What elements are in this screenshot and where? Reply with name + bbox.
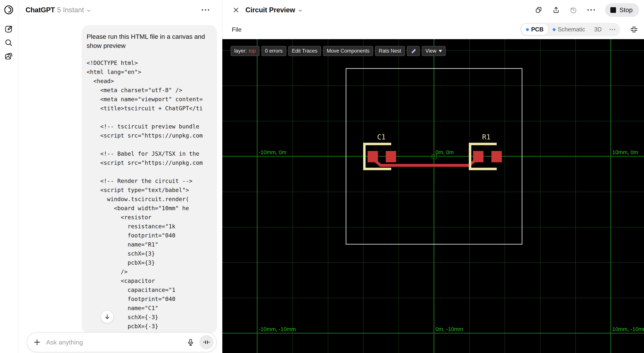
- layer-value: top: [249, 48, 256, 54]
- rats-nest-label: Rats Nest: [379, 48, 401, 54]
- sidebar-rail: [0, 0, 18, 353]
- share-icon[interactable]: [552, 6, 560, 15]
- stop-button[interactable]: Stop: [605, 3, 639, 17]
- view-tabs: PCB Schematic 3D: [520, 23, 620, 36]
- grid-coordinate-labels: -10mm, 0m 0m, 0m 10mm, 0m -10mm, -10mm 0…: [259, 149, 644, 332]
- chat-input[interactable]: [46, 338, 185, 346]
- c1-label: C1: [377, 133, 386, 141]
- r1-pad1[interactable]: [473, 151, 484, 162]
- r1-pad2[interactable]: [492, 151, 502, 162]
- edit-traces-button[interactable]: Edit Traces: [288, 46, 321, 56]
- canvas-title[interactable]: Circuit Preview: [246, 6, 295, 14]
- voice-mode-button[interactable]: [199, 335, 214, 349]
- waveform-icon: [203, 338, 210, 346]
- user-message-bubble: Please run this HTML file in a canvas an…: [82, 25, 217, 333]
- view-label: View: [426, 48, 436, 54]
- file-menu[interactable]: File: [232, 26, 242, 33]
- draw-tool-button[interactable]: [407, 46, 420, 56]
- attach-plus-icon[interactable]: [33, 338, 41, 346]
- tab-schematic[interactable]: Schematic: [548, 24, 590, 35]
- openai-logo-icon[interactable]: [3, 4, 15, 16]
- c1-pad1[interactable]: [368, 151, 378, 162]
- copy-icon[interactable]: [534, 6, 543, 15]
- tab-pcb-label: PCB: [531, 26, 544, 33]
- collapse-view-icon[interactable]: [629, 25, 639, 35]
- app-root: ChatGPT 5 Instant Please run this HTML f…: [0, 0, 644, 353]
- canvas-panel: Circuit Preview: [222, 0, 644, 353]
- errors-label: 0 errors: [265, 48, 283, 54]
- rats-nest-button[interactable]: Rats Nest: [375, 46, 405, 56]
- schematic-status-dot: [553, 28, 556, 31]
- user-message-code: <!DOCTYPE html> <html lang="en"> <head> …: [86, 59, 212, 333]
- stop-square-icon: [610, 7, 616, 13]
- move-components-button[interactable]: Move Components: [323, 46, 373, 56]
- user-message-text: Please run this HTML file in a canvas an…: [86, 32, 212, 50]
- microphone-icon[interactable]: [185, 337, 196, 347]
- pencil-icon: [410, 48, 416, 54]
- grid-major-lines: [222, 39, 644, 353]
- pcb-status-dot: [526, 28, 529, 31]
- pcb-canvas[interactable]: layer: top 0 errors Edit Traces Move Com…: [222, 39, 644, 353]
- grid-label-left-0: -10mm, 0m: [259, 149, 286, 155]
- chat-panel: ChatGPT 5 Instant Please run this HTML f…: [18, 0, 222, 353]
- grid-label-left-bottom: -10mm, -10mm: [259, 326, 296, 332]
- chat-header: ChatGPT 5 Instant: [18, 0, 222, 20]
- model-variant[interactable]: 5 Instant: [57, 6, 84, 14]
- tab-3d-label: 3D: [594, 26, 602, 33]
- new-chat-icon[interactable]: [3, 23, 15, 35]
- view-dropdown-button[interactable]: View: [422, 46, 446, 56]
- move-components-label: Move Components: [327, 48, 370, 54]
- scroll-to-bottom-button[interactable]: [101, 310, 114, 323]
- grid-label-right-0: 10mm, 0m: [612, 149, 638, 155]
- c1-pad2[interactable]: [386, 151, 396, 162]
- tab-3d[interactable]: 3D: [590, 24, 606, 35]
- tab-pcb[interactable]: PCB: [522, 24, 548, 35]
- chat-more-options-icon[interactable]: [200, 7, 211, 13]
- grid-label-center-bottom: 0m, -10mm: [436, 326, 463, 332]
- grid-label-right-bottom: 10mm, -10mm: [612, 326, 644, 332]
- tab-schematic-label: Schematic: [558, 26, 585, 33]
- search-icon[interactable]: [3, 37, 15, 49]
- chevron-down-icon[interactable]: [86, 8, 92, 14]
- layer-selector-button[interactable]: layer: top: [231, 46, 260, 56]
- app-title: ChatGPT: [26, 6, 55, 14]
- layer-label: layer:: [234, 48, 247, 54]
- component-r1[interactable]: R1: [470, 133, 502, 169]
- library-icon[interactable]: [3, 50, 15, 63]
- stop-label: Stop: [620, 6, 633, 14]
- canvas-title-chevron-icon[interactable]: [298, 8, 303, 14]
- arrow-down-icon: [104, 313, 110, 320]
- pcb-toolbar: layer: top 0 errors Edit Traces Move Com…: [231, 46, 446, 56]
- origin-cursor-box: [432, 155, 437, 159]
- canvas-header: Circuit Preview: [222, 0, 644, 20]
- grid-label-origin: 0m, 0m: [436, 149, 454, 155]
- canvas-more-options-icon[interactable]: [586, 8, 596, 12]
- message-composer[interactable]: [27, 332, 217, 352]
- edit-traces-label: Edit Traces: [292, 48, 318, 54]
- close-canvas-icon[interactable]: [231, 5, 241, 15]
- tabs-more-options-icon[interactable]: [606, 29, 619, 30]
- errors-button[interactable]: 0 errors: [262, 46, 286, 56]
- pcb-drawing: C1 R1 -10mm, 0m 0m, 0m 10mm, 0m -10mm, -…: [222, 39, 644, 353]
- canvas-subheader: File PCB Schematic 3D: [222, 20, 644, 39]
- history-icon[interactable]: [569, 6, 578, 15]
- dropdown-caret-icon: [439, 50, 442, 52]
- r1-label: R1: [482, 133, 491, 141]
